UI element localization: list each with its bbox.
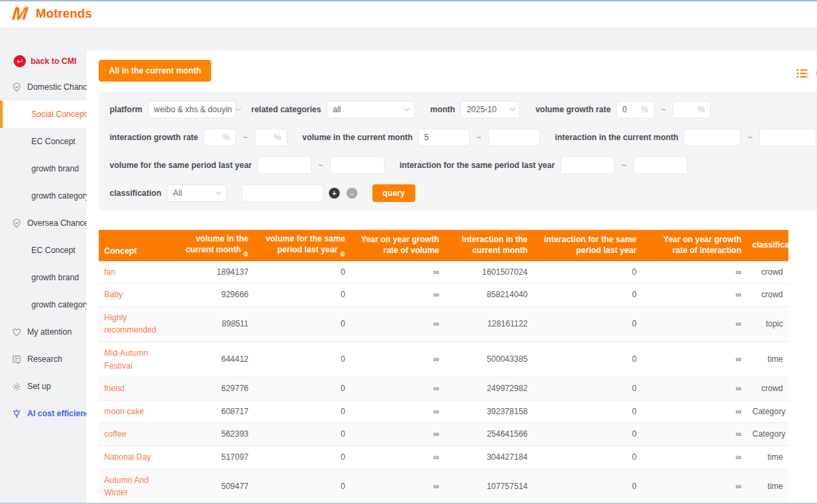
table-cell: ∞ [351,341,445,377]
sort-icon[interactable] [243,251,249,257]
sidebar-item-oversea-chance[interactable]: Oversea Chance [0,209,86,237]
heart-icon [11,326,22,337]
classification-select[interactable]: All [167,184,227,202]
table-cell: ∞ [642,261,747,284]
classification-keyword-input[interactable] [242,184,323,202]
concept-link[interactable]: friend [99,377,179,401]
sidebar-item-growth-brand[interactable]: growth brand [0,264,86,291]
volume-last-year-from-input[interactable] [257,156,312,174]
list-view-icon[interactable] [797,69,807,81]
related-categories-label: related categories [251,105,321,114]
chevron-down-icon [404,105,410,111]
table-cell: ∞ [642,284,747,307]
interaction-last-year-from-input[interactable] [560,156,615,174]
concept-link[interactable]: fan [99,261,179,284]
back-to-cmi-button[interactable]: ↩ back to CMI [0,49,86,73]
table-cell: 0 [533,446,642,469]
interaction-growth-rate-from-input[interactable]: % [204,129,236,146]
table-row: friend6297760∞2499729820∞crowd [99,377,788,401]
concept-link[interactable]: Mid-Autumn Festival [99,341,179,377]
table-cell: ∞ [351,306,445,341]
add-condition-button[interactable]: + [329,188,340,199]
concept-link[interactable]: Baby [99,284,179,307]
sidebar-item-ec-concept[interactable]: EC Concept [0,237,86,264]
table-cell: ∞ [642,400,747,423]
filter-panel: platform weibo & xhs & douyin related ca… [99,92,817,211]
table-cell: ∞ [351,377,445,401]
table-cell: 1894137 [179,261,254,284]
volume-last-year-to-input[interactable] [330,156,385,174]
sidebar-item-growth-category[interactable]: growth category [0,291,86,318]
platform-select[interactable]: weibo & xhs & douyin [148,101,236,118]
table-cell: 0 [533,423,642,446]
concept-link[interactable]: Highly recommended [99,306,179,341]
sidebar-item-label: Social Concept [31,110,86,119]
sidebar-item-social-concept[interactable]: Social Concept [0,101,86,128]
sidebar-item-label: Set up [27,382,51,391]
concept-link[interactable]: Autumn And Winter [99,469,179,504]
sidebar-item-set-up[interactable]: Set up [0,373,86,400]
sidebar-item-ec-concept[interactable]: EC Concept [0,128,86,155]
sidebar-item-domestic-chance[interactable]: Domestic Chance [0,73,86,101]
concept-link[interactable]: National Day [99,446,179,469]
concept-table: Conceptvolume in the current monthvolume… [99,230,788,504]
table-cell: 0 [254,423,351,446]
table-cell: crowd [747,284,788,307]
table-cell: time [747,341,788,377]
table-cell: 858214040 [445,284,533,307]
sidebar-item-ai-cost-efficiency[interactable]: AI cost efficiency [0,400,86,427]
volume-current-month-from-input[interactable] [418,129,470,146]
column-header-year-on-year-growth-rate-of-interaction: Year on year growth rate of interaction [642,230,747,261]
sidebar-item-my-attention[interactable]: My attention [0,318,86,346]
chevron-down-icon [236,105,241,111]
table-cell: 0 [533,284,642,307]
sidebar: ↩ back to CMI Domestic ChanceSocial Conc… [0,29,86,504]
table-cell: 107757514 [445,469,533,504]
remove-condition-button[interactable]: - [347,188,357,199]
volume-growth-rate-to-input[interactable]: % [673,101,711,118]
column-header-label: volume in the current month [186,234,249,254]
table-cell: 562393 [179,423,254,446]
column-header-volume-in-the-current-month[interactable]: volume in the current month [179,230,254,261]
concept-link[interactable]: coffee [99,423,179,446]
query-button[interactable]: query [372,184,415,202]
column-header-label: interaction in the current month [462,235,528,255]
table-cell: 0 [533,306,642,341]
table-cell: time [747,469,788,504]
interaction-current-month-from-input[interactable] [684,129,741,146]
percent-suffix: % [274,133,281,142]
volume-growth-rate-label: volume growth rate [535,105,611,114]
chevron-down-icon [216,189,221,195]
month-select[interactable]: 2025-10 [460,101,520,118]
concept-link[interactable]: moon cake [99,400,179,423]
sidebar-item-label: growth category [31,300,89,309]
sidebar-item-research[interactable]: Research [0,346,86,373]
table-cell: ∞ [642,469,747,504]
sidebar-item-growth-category[interactable]: growth category [0,182,86,209]
table-row: National Day5170970∞3044271840∞time [99,446,788,469]
table-cell: Category [747,400,788,423]
all-in-current-month-button[interactable]: All in the current month [99,60,211,82]
table-cell: 0 [533,341,642,377]
interaction-growth-rate-to-input[interactable]: % [255,129,287,146]
interaction-last-year-to-input[interactable] [633,156,688,174]
related-categories-select[interactable]: all [327,101,415,118]
interaction-current-month-to-input[interactable] [759,129,816,146]
gear-icon [11,381,22,392]
sort-icon[interactable] [340,251,345,257]
badge-icon [11,82,22,93]
range-tilde: ~ [660,105,667,114]
volume-current-month-to-input[interactable] [488,129,540,146]
interaction-current-month-label: interaction in the current month [555,133,678,142]
sidebar-item-growth-brand[interactable]: growth brand [0,155,86,182]
column-header-volume-for-the-same-period-last-year[interactable]: volume for the same period last year [254,230,351,261]
table-row: Highly recommended8985110∞1281611220∞top… [99,306,788,341]
sidebar-item-label: Research [27,354,62,364]
table-cell: 0 [254,284,351,307]
volume-growth-rate-from-input[interactable]: % [616,101,654,118]
table-row: moon cake6087170∞3923781580∞Category [99,400,788,423]
table-cell: 629776 [179,377,254,401]
range-tilde: ~ [746,133,754,142]
range-tilde: ~ [242,133,249,142]
table-cell: 0 [254,400,351,423]
